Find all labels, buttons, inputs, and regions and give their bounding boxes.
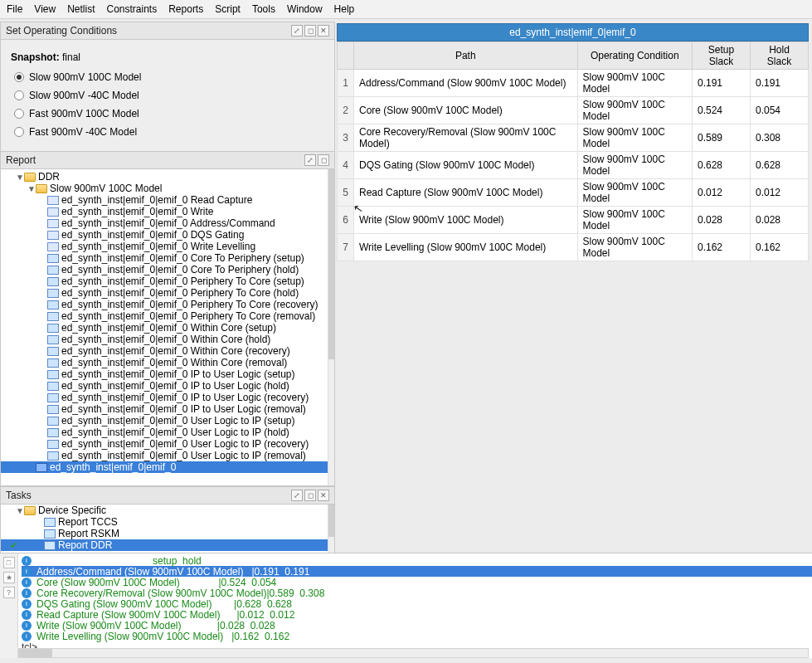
menu-help[interactable]: Help [334,3,355,15]
results-table[interactable]: PathOperating ConditionSetup SlackHold S… [337,41,809,261]
tree-row[interactable]: ed_synth_inst|emif_0|emif_0 Address/Comm… [1,217,328,229]
menu-netlist[interactable]: Netlist [67,3,95,15]
console-row[interactable]: i Write (Slow 900mV 100C Model) | 0.028 … [22,620,812,631]
tree-twisty[interactable]: ▼ [16,506,24,515]
cell-path: Write Levelling (Slow 900mV 100C Model) [354,234,578,261]
tree-row[interactable]: ed_synth_inst|emif_0|emif_0 IP to User L… [1,403,328,415]
table-row[interactable]: 4 DQS Gating (Slow 900mV 100C Model) Slo… [338,152,809,179]
column-header[interactable]: Hold Slack [751,42,809,70]
popout-icon[interactable]: ◻ [318,154,329,166]
menu-file[interactable]: File [7,3,22,15]
report-tree[interactable]: ▼ DDR▼ Slow 900mV 100C Model ed_synth_in… [1,169,328,485]
console-setup: 0.524 [221,577,252,588]
opcond-option[interactable]: Slow 900mV -40C Model [11,86,324,105]
tree-row[interactable]: ed_synth_inst|emif_0|emif_0 IP to User L… [1,368,328,380]
tree-row[interactable]: ed_synth_inst|emif_0|emif_0 User Logic t… [1,427,328,438]
menu-view[interactable]: View [34,3,56,15]
tree-row[interactable]: ▼ Slow 900mV 100C Model [1,183,328,194]
console-btn-help[interactable]: ? [3,587,15,598]
tree-row[interactable]: ed_synth_inst|emif_0|emif_0 Periphery To… [1,310,328,322]
console-row[interactable]: i Core Recovery/Removal (Slow 900mV 100C… [22,587,812,598]
popout-icon[interactable]: ◻ [304,490,316,501]
tree-row[interactable]: ed_synth_inst|emif_0|emif_0 Periphery To… [1,287,328,299]
column-header[interactable]: Setup Slack [693,42,751,70]
menu-constraints[interactable]: Constraints [106,3,157,15]
tree-row[interactable]: ed_synth_inst|emif_0|emif_0 [1,461,328,473]
pin-icon[interactable]: ⤢ [291,25,303,37]
tasks-root-label: Device Specific [38,505,106,516]
menu-script[interactable]: Script [215,3,241,15]
tree-row[interactable]: ed_synth_inst|emif_0|emif_0 Within Core … [1,357,328,368]
tree-row[interactable]: ed_synth_inst|emif_0|emif_0 Write Levell… [1,241,328,252]
tree-twisty[interactable]: ▼ [16,173,24,182]
tree-label: ed_synth_inst|emif_0|emif_0 Periphery To… [61,287,299,299]
console-btn-1[interactable]: □ [3,557,15,568]
pin-icon[interactable]: ⤢ [291,490,303,501]
table-row[interactable]: 3 Core Recovery/Removal (Slow 900mV 100C… [338,124,809,152]
report-icon [47,428,59,437]
tree-row[interactable]: ed_synth_inst|emif_0|emif_0 Write [1,206,328,217]
tree-row[interactable]: ed_synth_inst|emif_0|emif_0 DQS Gating [1,229,328,241]
tree-row[interactable]: ed_synth_inst|emif_0|emif_0 User Logic t… [1,450,328,461]
tasks-root[interactable]: ▼ Device Specific [1,505,328,516]
report-icon [47,382,59,391]
pin-icon[interactable]: ⤢ [304,154,316,166]
tree-row[interactable]: ed_synth_inst|emif_0|emif_0 Within Core … [1,322,328,334]
cell-hold: 0.054 [751,97,809,124]
opcond-option[interactable]: Slow 900mV 100C Model [11,68,324,86]
tree-row[interactable]: ed_synth_inst|emif_0|emif_0 User Logic t… [1,415,328,427]
popout-icon[interactable]: ◻ [304,25,316,37]
column-header[interactable]: Operating Condition [577,42,693,70]
info-icon: i [22,567,32,577]
menu-reports[interactable]: Reports [168,3,203,15]
console-body[interactable]: i setup holdi Address/Command (Slow 900m… [18,553,812,658]
opcond-option[interactable]: Fast 900mV 100C Model [11,105,324,123]
tasks-header: Tasks ⤢ ◻ ✕ [0,486,335,505]
tree-row[interactable]: ed_synth_inst|emif_0|emif_0 Periphery To… [1,299,328,310]
radio-icon[interactable] [14,109,24,119]
tree-row[interactable]: ed_synth_inst|emif_0|emif_0 Core To Peri… [1,264,328,275]
task-item[interactable]: Report TCCS [1,516,328,528]
tree-scrollbar[interactable] [328,169,334,485]
console-row[interactable]: i DQS Gating (Slow 900mV 100C Model) | 0… [22,598,812,609]
tree-row[interactable]: ed_synth_inst|emif_0|emif_0 Core To Peri… [1,252,328,264]
close-icon[interactable]: ✕ [318,490,329,501]
console-hscroll[interactable] [18,648,809,658]
tree-row[interactable]: ed_synth_inst|emif_0|emif_0 Periphery To… [1,275,328,287]
cell-path: Read Capture (Slow 900mV 100C Model) [354,179,578,207]
tree-row[interactable]: ed_synth_inst|emif_0|emif_0 Within Core … [1,334,328,345]
table-row[interactable]: 6 Write (Slow 900mV 100C Model) Slow 900… [338,207,809,234]
console-row[interactable]: i Address/Command (Slow 900mV 100C Model… [22,566,812,577]
tree-row[interactable]: ed_synth_inst|emif_0|emif_0 Read Capture [1,194,328,206]
task-item[interactable]: ✔ Report DDR [1,539,328,551]
radio-icon[interactable] [14,90,24,100]
table-row[interactable]: 2 Core (Slow 900mV 100C Model) Slow 900m… [338,97,809,124]
radio-icon[interactable] [14,72,24,82]
tree-row[interactable]: ed_synth_inst|emif_0|emif_0 Within Core … [1,345,328,357]
console-row[interactable]: i Read Capture (Slow 900mV 100C Model) |… [22,609,812,620]
table-row[interactable]: 1 Address/Command (Slow 900mV 100C Model… [338,70,809,97]
menu-tools[interactable]: Tools [252,3,275,15]
tree-row[interactable]: ed_synth_inst|emif_0|emif_0 User Logic t… [1,438,328,450]
task-item[interactable]: Report RSKM [1,528,328,539]
console-row[interactable]: i Write Levelling (Slow 900mV 100C Model… [22,631,812,641]
menu-window[interactable]: Window [287,3,323,15]
tasks-scrollbar[interactable] [328,505,334,558]
tree-twisty[interactable]: ▼ [27,184,36,193]
radio-icon[interactable] [14,127,24,137]
console-btn-2[interactable]: ★ [3,572,15,583]
console-row[interactable]: i Core (Slow 900mV 100C Model) | 0.524 0… [22,577,812,587]
info-icon: i [22,599,32,609]
table-row[interactable]: 7 Write Levelling (Slow 900mV 100C Model… [338,234,809,261]
tree-row[interactable]: ed_synth_inst|emif_0|emif_0 IP to User L… [1,380,328,392]
table-row[interactable]: 5 Read Capture (Slow 900mV 100C Model) S… [338,179,809,207]
close-icon[interactable]: ✕ [318,25,329,37]
tree-row[interactable]: ed_synth_inst|emif_0|emif_0 IP to User L… [1,392,328,403]
tree-label: ed_synth_inst|emif_0|emif_0 User Logic t… [61,450,306,461]
cell-path: Write (Slow 900mV 100C Model) [354,207,578,234]
column-header[interactable]: Path [354,42,578,70]
opcond-option[interactable]: Fast 900mV -40C Model [11,123,324,141]
console-panel: □ ★ ? i setup holdi Address/Command (Slo… [0,553,812,658]
tree-row[interactable]: ▼ DDR [1,171,328,183]
task-icon [44,529,56,539]
